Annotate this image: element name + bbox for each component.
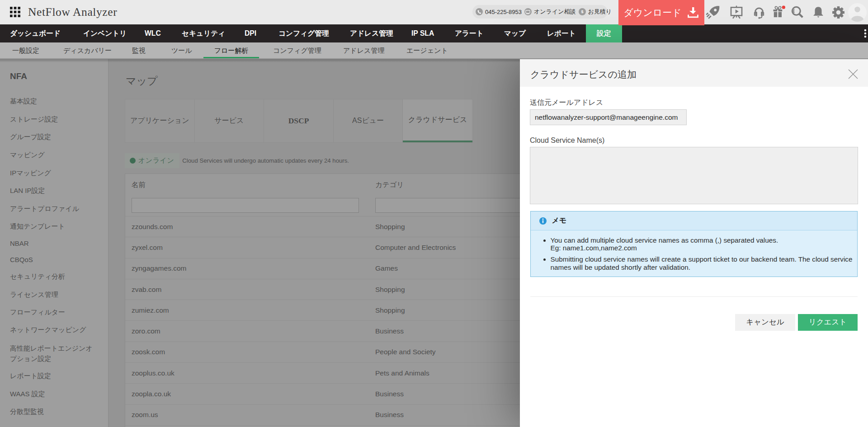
svg-text:$: $: [581, 9, 583, 14]
